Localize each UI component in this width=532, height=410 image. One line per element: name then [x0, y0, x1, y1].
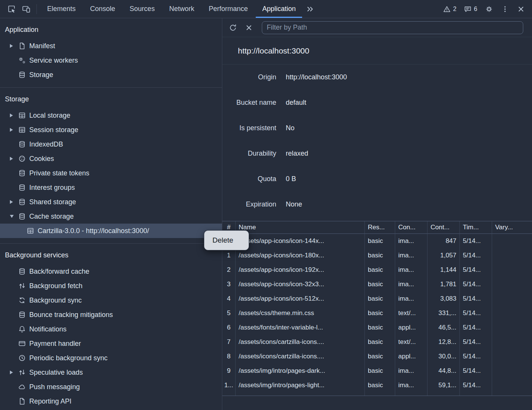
- column-header-res[interactable]: Res...: [365, 221, 395, 234]
- cache-entry-cell[interactable]: 6: [222, 320, 236, 335]
- cache-entry-cell[interactable]: ima...: [395, 364, 428, 378]
- cache-entry-cell[interactable]: 3,083: [428, 292, 460, 306]
- sidebar-item-bounce-tracking-mitigations[interactable]: Bounce tracking mitigations: [0, 308, 222, 322]
- cache-entry-cell[interactable]: 1: [222, 248, 236, 263]
- sidebar-item-private-state-tokens[interactable]: Private state tokens: [0, 166, 222, 180]
- cache-entry-cell[interactable]: 3: [222, 277, 236, 292]
- column-header-con[interactable]: Con...: [395, 221, 428, 234]
- sidebar-item-session-storage[interactable]: Session storage: [0, 123, 222, 137]
- cache-entry-cell[interactable]: ima...: [395, 263, 428, 277]
- column-header-tim[interactable]: Tim...: [460, 221, 492, 234]
- cache-entry-cell[interactable]: basic: [365, 364, 395, 378]
- sidebar-item-reporting-api[interactable]: Reporting API: [0, 394, 222, 408]
- cache-entry-cell[interactable]: ima...: [395, 378, 428, 393]
- cache-entry-cell[interactable]: 30,449: [428, 393, 460, 396]
- inspect-element-icon[interactable]: [5, 0, 19, 18]
- cache-entry-cell[interactable]: 1,144: [428, 263, 460, 277]
- cache-entry-cell[interactable]: basic: [365, 378, 395, 393]
- sidebar-item-interest-groups[interactable]: Interest groups: [0, 180, 222, 195]
- cache-entry-cell[interactable]: 5/14...: [460, 292, 492, 306]
- cache-entry-name[interactable]: /assets/app-icons/icon-192x...: [236, 263, 365, 277]
- cache-entry-cell[interactable]: 5/14...: [460, 320, 492, 335]
- sidebar-item-indexeddb[interactable]: IndexedDB: [0, 137, 222, 151]
- chevron-down-icon[interactable]: [10, 215, 14, 218]
- cache-entry-cell[interactable]: text/...: [395, 335, 428, 349]
- delete-menu-item[interactable]: Delete: [204, 236, 249, 244]
- sidebar-item-service-workers[interactable]: Service workers: [0, 53, 222, 68]
- sidebar-item-shared-storage[interactable]: Shared storage: [0, 195, 222, 209]
- cache-entry-cell[interactable]: [492, 234, 532, 248]
- chevron-right-icon[interactable]: [10, 128, 13, 132]
- cache-entry-cell[interactable]: 4: [222, 292, 236, 306]
- cache-entry-cell[interactable]: 46,5...: [428, 320, 460, 335]
- sidebar-item-periodic-background-sync[interactable]: Periodic background sync: [0, 351, 222, 365]
- cache-entry-cell[interactable]: [492, 364, 532, 378]
- cache-entry-cell[interactable]: [492, 393, 532, 396]
- chevron-right-icon[interactable]: [10, 200, 13, 204]
- cache-entry-name[interactable]: /assets/app-icons/icon-512x...: [236, 292, 365, 306]
- cache-entry-cell[interactable]: [492, 335, 532, 349]
- sidebar-item-notifications[interactable]: Notifications: [0, 322, 222, 336]
- close-icon[interactable]: [514, 5, 528, 13]
- cache-entry-name[interactable]: /assets/js/theme.min.js: [236, 393, 365, 396]
- cache-entry-cell[interactable]: 9: [222, 364, 236, 378]
- issues-badge[interactable]: 6: [461, 5, 480, 13]
- device-toolbar-icon[interactable]: [19, 0, 33, 18]
- cache-entry-cell[interactable]: 5/14...: [460, 306, 492, 320]
- sidebar-item-push-messaging[interactable]: Push messaging: [0, 380, 222, 394]
- cache-entry-cell[interactable]: 5/14...: [460, 263, 492, 277]
- cache-entry-name[interactable]: /assets/app-icons/icon-144x...: [236, 234, 365, 248]
- cache-entry-name[interactable]: /assets/img/intro/pages-dark...: [236, 364, 365, 378]
- cache-entry-cell[interactable]: 847: [428, 234, 460, 248]
- sidebar-item-manifest[interactable]: Manifest: [0, 39, 222, 53]
- cache-entry-cell[interactable]: [492, 320, 532, 335]
- cache-entry-cell[interactable]: 44,8...: [428, 364, 460, 378]
- tab-elements[interactable]: Elements: [40, 0, 83, 18]
- tab-application[interactable]: Application: [255, 0, 303, 18]
- cache-entry-cell[interactable]: basic: [365, 292, 395, 306]
- cache-entry-cell[interactable]: text/...: [395, 393, 428, 396]
- tab-sources[interactable]: Sources: [122, 0, 162, 18]
- cache-entry-cell[interactable]: basic: [365, 335, 395, 349]
- cache-entry-cell[interactable]: basic: [365, 349, 395, 364]
- cache-entry-cell[interactable]: appl...: [395, 320, 428, 335]
- cache-entry-name[interactable]: /assets/icons/cartzilla-icons....: [236, 349, 365, 364]
- cache-entry-cell[interactable]: 5/14...: [460, 378, 492, 393]
- settings-gear-icon[interactable]: [482, 5, 496, 13]
- cache-entry-cell[interactable]: 1,781: [428, 277, 460, 292]
- cache-entry-cell[interactable]: appl...: [395, 349, 428, 364]
- cache-entry-cell[interactable]: text/...: [395, 306, 428, 320]
- tab-network[interactable]: Network: [162, 0, 201, 18]
- cache-entry-cell[interactable]: 12,8...: [428, 335, 460, 349]
- cache-entry-cell[interactable]: 5: [222, 306, 236, 320]
- cache-entry-cell[interactable]: [492, 263, 532, 277]
- cache-entry-cell[interactable]: 5/14...: [460, 277, 492, 292]
- cache-entry-cell[interactable]: ima...: [395, 234, 428, 248]
- sidebar-item-payment-handler[interactable]: Payment handler: [0, 336, 222, 351]
- cache-entry-cell[interactable]: 1,057: [428, 248, 460, 263]
- cache-entry-cell[interactable]: basic: [365, 320, 395, 335]
- cache-entry-name[interactable]: /assets/css/theme.min.css: [236, 306, 365, 320]
- cache-entry-cell[interactable]: 5/14...: [460, 364, 492, 378]
- chevron-right-icon[interactable]: [10, 157, 13, 161]
- sidebar-item-local-storage[interactable]: Local storage: [0, 108, 222, 123]
- sidebar-item-cache-storage[interactable]: Cache storage: [0, 209, 222, 224]
- cache-entry-cell[interactable]: basic: [365, 306, 395, 320]
- sidebar-item-cookies[interactable]: Cookies: [0, 151, 222, 166]
- cache-entry-cell[interactable]: basic: [365, 248, 395, 263]
- cache-entry-cell[interactable]: 331,...: [428, 306, 460, 320]
- sidebar-item-storage[interactable]: Storage: [0, 68, 222, 82]
- cache-entry-cell[interactable]: 7: [222, 335, 236, 349]
- cache-entry-cell[interactable]: 5/14...: [460, 335, 492, 349]
- cache-entry-cell[interactable]: 2: [222, 263, 236, 277]
- cache-entry-name[interactable]: /assets/app-icons/icon-180x...: [236, 248, 365, 263]
- cache-entry-cell[interactable]: basic: [365, 277, 395, 292]
- chevron-right-icon[interactable]: [10, 114, 13, 117]
- cache-entry-name[interactable]: /assets/fonts/inter-variable-l...: [236, 320, 365, 335]
- cache-entry-name[interactable]: /assets/app-icons/icon-32x3...: [236, 277, 365, 292]
- cache-entry-cell[interactable]: 5/14...: [460, 349, 492, 364]
- cache-entry-cell[interactable]: 5/14...: [460, 393, 492, 396]
- filter-input[interactable]: [262, 21, 523, 34]
- refresh-icon[interactable]: [226, 21, 240, 35]
- chevron-right-icon[interactable]: [10, 44, 13, 48]
